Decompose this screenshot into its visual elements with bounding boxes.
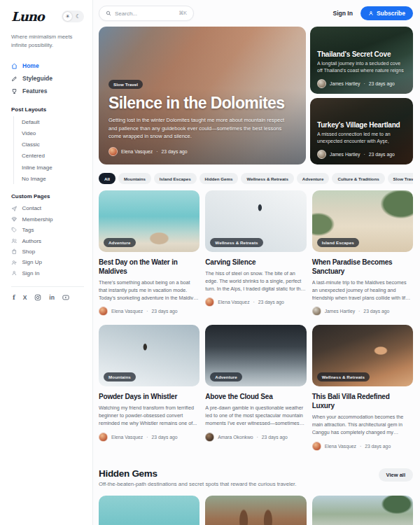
- post-date: 23 days ago: [369, 152, 395, 157]
- post-card[interactable]: Wellness & Retreats Carving Silence The …: [205, 190, 306, 316]
- sidebar-item-label: Membership: [22, 216, 53, 223]
- sidebar-item-label: Sign In: [22, 270, 40, 276]
- linkedin-icon[interactable]: in: [49, 294, 55, 301]
- sidebar-item-video[interactable]: Video: [22, 127, 84, 139]
- user-icon: [368, 10, 374, 16]
- sidebar-item-no-image[interactable]: No Image: [22, 173, 84, 184]
- home-icon: [11, 63, 18, 69]
- post-date: 23 days ago: [262, 435, 288, 440]
- filter-pill-hidden-gems[interactable]: Hidden Gems: [200, 173, 239, 184]
- post-tag-badge[interactable]: Wellness & Retreats: [210, 238, 262, 247]
- nav-item-home[interactable]: Home: [11, 59, 84, 72]
- author-name[interactable]: Elena Vasquez: [111, 435, 143, 440]
- meta-separator: ·: [257, 435, 258, 440]
- author-name[interactable]: James Hartley: [325, 309, 355, 314]
- sidebar-item-tags[interactable]: Tags: [11, 225, 84, 235]
- post-tag-badge[interactable]: Wellness & Retreats: [317, 372, 370, 382]
- meta-separator: ·: [363, 152, 365, 157]
- post-title: Carving Silence: [205, 258, 306, 267]
- post-card[interactable]: Island Escapes When Paradise Becomes San…: [312, 190, 413, 316]
- sidebar-item-inline-image[interactable]: Inline Image: [22, 162, 84, 173]
- author-name[interactable]: Elena Vasquez: [111, 309, 143, 314]
- post-image: Island Escapes: [312, 190, 413, 252]
- main-nav: Home Styleguide Features: [11, 59, 84, 97]
- filter-pill-all[interactable]: All: [99, 173, 115, 184]
- post-excerpt: A longtail journey into a secluded cove …: [317, 60, 406, 75]
- youtube-icon[interactable]: [62, 294, 69, 301]
- hidden-gems-grid: Hidden Gems Culture & Traditions Hidden …: [99, 496, 413, 525]
- theme-toggle[interactable]: ☀ ☾: [62, 10, 84, 22]
- post-card[interactable]: Hidden Gems: [312, 496, 413, 525]
- filter-pill-adventure[interactable]: Adventure: [297, 173, 330, 184]
- post-card[interactable]: Hidden Gems: [99, 496, 200, 525]
- sidebar-item-shop[interactable]: Shop: [11, 246, 84, 257]
- search-input[interactable]: [115, 10, 175, 17]
- avatar: [205, 433, 214, 442]
- light-mode-icon[interactable]: ☀: [63, 12, 72, 21]
- post-layouts-list: Default Video Classic Centered Inline Im…: [13, 116, 84, 184]
- sidebar-item-default[interactable]: Default: [22, 116, 84, 127]
- post-tag-badge[interactable]: Adventure: [210, 372, 242, 382]
- filter-pill-culture-traditions[interactable]: Culture & Traditions: [332, 173, 384, 184]
- sidebar-item-sign-in[interactable]: Sign In: [11, 268, 84, 279]
- sidebar-item-centered[interactable]: Centered: [22, 150, 84, 162]
- post-image: Adventure: [205, 325, 306, 386]
- facebook-icon[interactable]: f: [13, 294, 15, 301]
- hero-tag-badge[interactable]: Slow Travel: [108, 80, 143, 89]
- x-icon[interactable]: X: [23, 294, 27, 301]
- sidebar-item-sign-up[interactable]: Sign Up: [11, 257, 84, 267]
- filter-pill-slow-travel[interactable]: Slow Travel: [388, 173, 413, 184]
- author-name[interactable]: Elena Vasquez: [218, 300, 249, 304]
- view-all-button[interactable]: View all: [379, 468, 413, 482]
- avatar: [312, 307, 321, 316]
- post-card[interactable]: Culture & Traditions: [205, 496, 306, 525]
- site-logo[interactable]: Luno: [11, 9, 44, 24]
- subscribe-label: Subscribe: [377, 10, 405, 17]
- sidebar-item-classic[interactable]: Classic: [22, 139, 84, 150]
- sidebar-item-label: Tags: [22, 227, 34, 233]
- side-post-card[interactable]: Turkey's Village Heartland A missed conn…: [310, 98, 413, 165]
- meta-separator: ·: [146, 309, 148, 314]
- posts-grid: Adventure Best Day on the Water in Maldi…: [99, 190, 413, 451]
- avatar: [99, 433, 108, 442]
- post-tag-badge[interactable]: Mountains: [104, 372, 136, 382]
- social-links: f X in: [11, 286, 84, 308]
- post-card[interactable]: Wellness & Retreats This Bali Villa Rede…: [312, 325, 413, 450]
- subscribe-button[interactable]: Subscribe: [360, 6, 413, 20]
- sidebar-item-contact[interactable]: Contact: [11, 203, 84, 214]
- custom-pages-heading: Custom Pages: [11, 193, 84, 200]
- post-title: Best Day on the Water in Maldives: [99, 258, 200, 276]
- post-card[interactable]: Adventure Above the Cloud Sea A pre-dawn…: [205, 325, 306, 450]
- dark-mode-icon[interactable]: ☾: [74, 12, 83, 21]
- hero-post-card[interactable]: Slow Travel Silence in the Dolomites Get…: [99, 27, 306, 164]
- post-tag-badge[interactable]: Adventure: [104, 238, 136, 247]
- author-name[interactable]: James Hartley: [330, 81, 360, 86]
- search-icon: [106, 10, 111, 16]
- author-name[interactable]: James Hartley: [330, 152, 360, 157]
- avatar: [205, 298, 214, 307]
- post-card[interactable]: Adventure Best Day on the Water in Maldi…: [99, 190, 200, 316]
- page: Luno ☀ ☾ Where minimalism meets infinite…: [0, 0, 420, 525]
- filter-pill-island-escapes[interactable]: Island Escapes: [154, 173, 197, 184]
- filter-pill-wellness-retreats[interactable]: Wellness & Retreats: [241, 173, 293, 184]
- post-date: 23 days ago: [151, 309, 177, 314]
- instagram-icon[interactable]: [34, 294, 41, 301]
- nav-item-features[interactable]: Features: [11, 85, 84, 97]
- sidebar-item-label: Authors: [22, 238, 42, 244]
- post-tag-badge[interactable]: Island Escapes: [317, 238, 359, 247]
- author-name[interactable]: Elena Vasquez: [121, 149, 153, 154]
- author-name[interactable]: Elena Vasquez: [325, 444, 356, 449]
- post-card[interactable]: Mountains Powder Days in Whistler Watchi…: [99, 325, 200, 450]
- filter-pill-mountains[interactable]: Mountains: [118, 173, 151, 184]
- nav-item-styleguide[interactable]: Styleguide: [11, 72, 84, 85]
- sidebar-item-authors[interactable]: Authors: [11, 235, 84, 246]
- signup-icon: [11, 260, 18, 266]
- search-box[interactable]: ⌘K: [99, 6, 194, 21]
- sidebar-item-membership[interactable]: Membership: [11, 214, 84, 225]
- tag-filter-bar: All Mountains Island Escapes Hidden Gems…: [99, 173, 413, 184]
- sign-in-link[interactable]: Sign In: [333, 10, 353, 17]
- author-name[interactable]: Amara Okonkwo: [218, 435, 253, 440]
- meta-separator: ·: [146, 435, 148, 440]
- side-post-card[interactable]: Thailand's Secret Cove A longtail journe…: [310, 27, 413, 94]
- top-actions: Sign In Subscribe: [333, 6, 413, 20]
